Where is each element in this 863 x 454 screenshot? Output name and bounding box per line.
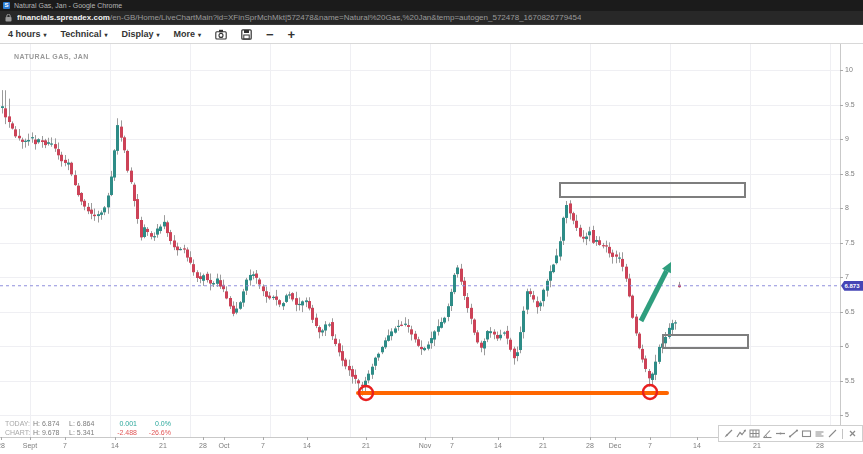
x-axis-label: 28 <box>816 442 824 449</box>
x-axis-label: 21 <box>362 442 370 449</box>
zoom-in-button[interactable]: + <box>288 28 296 41</box>
chart-area: NATURAL GAS, JAN 109.598.587.576.565.55 … <box>0 44 863 454</box>
x-axis-label: 14 <box>111 442 119 449</box>
x-axis-label: 21 <box>159 442 167 449</box>
breakout-zone-box[interactable] <box>663 335 748 348</box>
x-axis-label: 28 <box>0 442 5 449</box>
window-titlebar[interactable]: S Natural Gas, Jan - Google Chrome <box>0 0 863 11</box>
y-axis-label: 9 <box>845 135 849 142</box>
pen-icon[interactable] <box>723 428 734 440</box>
session-stats: TODAY: H: 6.874 L: 6.864 0.001 0.0% CHAR… <box>5 419 171 437</box>
chart-low: L: 5.341 <box>69 428 105 437</box>
chevron-down-icon: ▾ <box>198 31 201 38</box>
x-axis-label: 7 <box>648 442 652 449</box>
timeframe-dropdown[interactable]: 4 hours ▾ <box>8 29 47 39</box>
x-axis-label: 21 <box>539 442 547 449</box>
y-axis-label: 6.5 <box>845 308 855 315</box>
chart-high: H: 9.678 <box>33 428 69 437</box>
x-axis-label: Sept <box>23 442 37 449</box>
camera-icon[interactable] <box>215 29 227 40</box>
browser-window: S Natural Gas, Jan - Google Chrome finan… <box>0 0 863 454</box>
close-icon[interactable] <box>847 428 858 440</box>
y-axis-label: 8.5 <box>845 170 855 177</box>
line-icon[interactable] <box>827 428 838 440</box>
chevron-down-icon: ▾ <box>104 31 107 38</box>
x-axis-label: 7 <box>63 442 67 449</box>
y-axis-label: 7.5 <box>845 239 855 246</box>
save-icon[interactable] <box>241 29 252 40</box>
segment-icon[interactable] <box>788 428 799 440</box>
chart-annotations <box>0 44 863 454</box>
chart-change: -2.488 <box>105 428 137 437</box>
x-axis-label: 14 <box>494 442 502 449</box>
today-change: 0.001 <box>105 419 137 428</box>
chart-change-pct: -26.6% <box>137 428 171 437</box>
url-text[interactable]: financials.spreadex.com/en-GB/Home/LiveC… <box>17 13 581 22</box>
spreadex-favicon: S <box>3 2 10 9</box>
rectangle-icon[interactable] <box>801 428 812 440</box>
angle-icon[interactable] <box>762 428 773 440</box>
url-domain: financials.spreadex.com <box>17 13 110 22</box>
y-axis-label: 10 <box>845 66 853 73</box>
x-axis-label: Dec <box>609 442 621 449</box>
x-axis-label: Nov <box>419 442 431 449</box>
today-stats-row: TODAY: H: 6.874 L: 6.864 0.001 0.0% <box>5 419 171 428</box>
today-change-pct: 0.0% <box>137 419 171 428</box>
chart-toolbar: 4 hours ▾ Technical ▾ Display ▾ More ▾ −… <box>0 25 863 44</box>
x-axis-label: 7 <box>450 442 454 449</box>
y-axis-label: 8 <box>845 204 849 211</box>
x-axis-label: 28 <box>586 442 594 449</box>
x-axis-label: 14 <box>303 442 311 449</box>
display-dropdown[interactable]: Display ▾ <box>121 29 159 39</box>
current-price-badge: 6.873 <box>841 281 863 291</box>
chevron-down-icon: ▾ <box>44 31 47 38</box>
projection-arrow-shaft[interactable] <box>641 271 666 321</box>
window-title: Natural Gas, Jan - Google Chrome <box>14 2 122 9</box>
x-axis-label: 21 <box>753 442 761 449</box>
x-axis-label: 14 <box>693 442 701 449</box>
technical-dropdown[interactable]: Technical ▾ <box>61 29 108 39</box>
y-axis-label: 5 <box>845 411 849 418</box>
resistance-zone-box[interactable] <box>560 183 745 197</box>
lock-icon <box>5 14 12 22</box>
x-axis-label: 28 <box>199 442 207 449</box>
chart-stats-row: CHART: H: 9.678 L: 5.341 -2.488 -26.6% <box>5 428 171 437</box>
y-axis-label: 5.5 <box>845 377 855 384</box>
drawing-toolbar <box>718 425 863 442</box>
toolbar-divider <box>842 429 843 439</box>
y-axis-label: 7 <box>845 273 849 280</box>
y-axis-label: 9.5 <box>845 101 855 108</box>
more-dropdown[interactable]: More ▾ <box>173 29 201 39</box>
url-bar[interactable]: financials.spreadex.com/en-GB/Home/LiveC… <box>0 11 863 25</box>
url-path: /en-GB/Home/LiveChartMain?id=XFinSprMchM… <box>110 13 582 22</box>
today-high: H: 6.874 <box>33 419 69 428</box>
y-axis-label: 6 <box>845 342 849 349</box>
chevron-down-icon: ▾ <box>156 31 159 38</box>
today-low: L: 6.864 <box>69 419 105 428</box>
horizontal-line-icon[interactable] <box>775 428 786 440</box>
zoom-out-button[interactable]: − <box>266 28 274 41</box>
grid-icon[interactable] <box>749 428 760 440</box>
x-axis-label: Oct <box>219 442 230 449</box>
annotation-icon[interactable] <box>814 428 825 440</box>
polyline-icon[interactable] <box>736 428 747 440</box>
x-axis-label: 7 <box>261 442 265 449</box>
